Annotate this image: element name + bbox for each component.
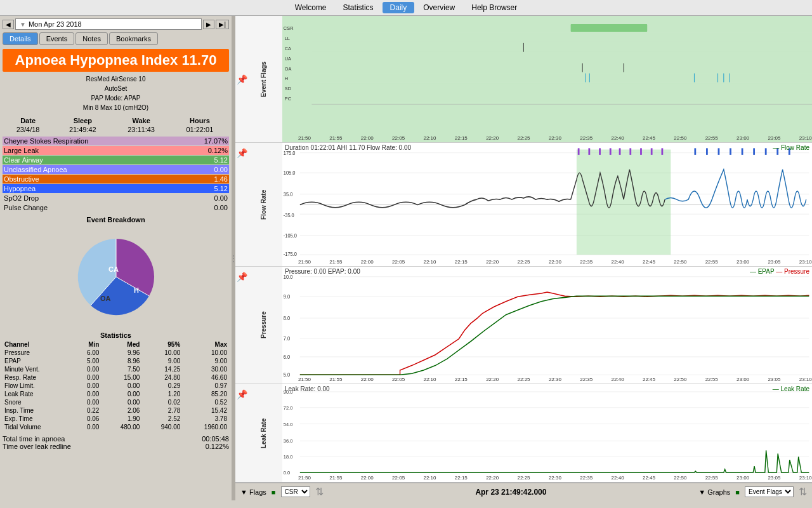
tab-bookmarks[interactable]: Bookmarks [109, 32, 158, 45]
flow-rate-row: 📌 Flow Rate Duration 01:22:01 AHI 11.70 … [235, 143, 812, 267]
tab-details[interactable]: Details [3, 32, 38, 45]
stats-row: Resp. Rate0.0015.0024.8046.60 [3, 373, 229, 382]
svg-text:54.0: 54.0 [284, 421, 292, 427]
stats-cell: 2.06 [101, 406, 141, 415]
pie-title: Event Breakdown [3, 216, 229, 224]
stats-cell: Resp. Rate [3, 373, 73, 382]
stats-cell: Exp. Time [3, 415, 73, 423]
stats-cell: Minute Vent. [3, 365, 73, 373]
stats-cell: 0.00 [73, 365, 102, 373]
event-flags-select[interactable]: Event Flags [745, 486, 794, 497]
events-list: Cheyne Stokes Respiration 17.07% Large L… [3, 137, 229, 212]
leak-rate-chart[interactable]: Leak Rate: 0.00 — Leak Rate 90.0 72.0 54… [282, 384, 812, 482]
menu-daily[interactable]: Daily [383, 2, 415, 13]
stats-cell: 0.06 [73, 415, 102, 423]
stats-cell: Pressure [3, 349, 73, 357]
menu-overview[interactable]: Overview [416, 2, 462, 13]
stats-row: Minute Vent.0.007.5014.2530.00 [3, 365, 229, 373]
event-cheyne-value: 17.07% [204, 137, 228, 145]
svg-rect-10 [311, 33, 812, 42]
csr-select[interactable]: CSR [281, 486, 310, 497]
stats-cell: 0.00 [101, 390, 141, 398]
pie-chart: CA H OA [53, 226, 180, 328]
svg-text:35.0: 35.0 [284, 191, 293, 197]
flow-rate-svg: 175.0 105.0 35.0 -35.0 -105.0 -175.0 [282, 143, 812, 266]
stats-cell: 0.00 [101, 398, 141, 406]
stats-col-min: Min [73, 340, 102, 349]
nav-back[interactable]: ◀ [3, 20, 14, 29]
device-line3: PAP Mode: APAP [3, 93, 229, 103]
svg-rect-8 [571, 24, 648, 32]
event-flags-y-label: Event Flags [244, 16, 282, 142]
summary-sleep: 21:49:42 [53, 125, 112, 134]
svg-rect-29 [311, 83, 812, 92]
stats-cell: Flow Limit. [3, 382, 73, 390]
nav-end[interactable]: ▶| [216, 20, 229, 29]
pressure-chart[interactable]: Pressure: 0.00 EPAP: 0.00 — EPAP — Press… [282, 267, 812, 384]
svg-text:LL: LL [285, 36, 291, 41]
flow-rate-legend: — Flow Rate [773, 144, 809, 151]
event-ca-label: Clear Airway [4, 156, 43, 164]
stats-cell: 2.52 [141, 415, 182, 423]
menu-help[interactable]: Help Browser [464, 2, 525, 13]
summary-hours: 01:22:01 [171, 125, 229, 134]
event-h-value: 5.12 [214, 185, 228, 192]
pressure-legend: — EPAP — Pressure [750, 268, 809, 275]
pie-section: Event Breakdown CA H OA [3, 216, 229, 328]
stats-cell: 7.50 [101, 365, 141, 373]
stats-cell: Insp. Time [3, 406, 73, 415]
event-flags-svg: CSR LL CA UA OA [282, 16, 812, 142]
tab-events[interactable]: Events [39, 32, 75, 45]
event-oa-value: 1.46 [214, 175, 228, 183]
stats-row: Leak Rate0.000.001.2085.20 [3, 390, 229, 398]
stats-col-channel: Channel [3, 340, 73, 349]
stats-cell: 9.00 [141, 357, 182, 365]
stats-cell: 0.29 [141, 382, 182, 390]
svg-text:-175.0: -175.0 [284, 251, 298, 258]
event-pulse-value: 0.00 [214, 204, 228, 211]
totals-section: Total time in apnoea 00:05:48 Time over … [3, 435, 229, 450]
stats-cell: EPAP [3, 357, 73, 365]
stats-cell: 0.52 [182, 398, 229, 406]
stats-table: Channel Min Med 95% Max Pressure6.009.96… [3, 340, 229, 431]
svg-rect-15 [311, 53, 812, 62]
stats-cell: Leak Rate [3, 390, 73, 398]
svg-text:OA: OA [285, 65, 292, 71]
event-h-label: Hypopnea [4, 185, 36, 192]
svg-rect-31 [311, 93, 812, 102]
col-hours: Hours [171, 116, 229, 125]
stats-cell: 24.80 [141, 373, 182, 382]
stats-cell: 0.00 [73, 382, 102, 390]
stats-cell: 0.00 [73, 390, 102, 398]
stats-row: Flow Limit.0.000.000.290.97 [3, 382, 229, 390]
status-center: Apr 23 21:49:42.000 [329, 488, 694, 497]
stats-cell: Tidal Volume [3, 423, 73, 431]
ahi-title: Apnoea Hypopnea Index 11.70 [6, 53, 225, 68]
svg-text:105.0: 105.0 [284, 170, 296, 177]
stats-cell: 6.00 [73, 349, 102, 357]
leak-rate-svg: 90.0 72.0 54.0 36.0 18.0 0.0 [282, 384, 812, 482]
event-hypopnea: Hypopnea 5.12 [3, 184, 229, 193]
stats-cell: 1960.00 [182, 423, 229, 431]
flags-label[interactable]: ▼ Flags [240, 488, 266, 496]
stats-row: Exp. Time0.061.902.523.78 [3, 415, 229, 423]
pressure-svg: 10.0 9.0 8.0 7.0 6.0 5.0 [282, 267, 812, 384]
device-line1: ResMed AirSense 10 [3, 74, 229, 84]
stats-cell: 1.90 [101, 415, 141, 423]
svg-text:CSR: CSR [284, 25, 294, 31]
event-flags-chart[interactable]: CSR LL CA UA OA [282, 16, 812, 142]
svg-rect-21 [311, 74, 812, 83]
event-flags-row: 📌 Event Flags CSR LL CA [235, 16, 812, 143]
menu-statistics[interactable]: Statistics [336, 2, 381, 13]
event-ca-value: 5.12 [214, 156, 228, 164]
flow-rate-chart[interactable]: Duration 01:22:01 AHI 11.70 Flow Rate: 0… [282, 143, 812, 266]
col-date: Date [3, 116, 53, 125]
event-spo2: SpO2 Drop 0.00 [3, 194, 229, 203]
menu-welcome[interactable]: Welcome [287, 2, 334, 13]
nav-bar: ◀ ▼ Mon Apr 23 2018 ▶ ▶| [3, 18, 229, 30]
graphs-label[interactable]: ▼ Graphs [698, 488, 730, 496]
stats-cell: 0.00 [101, 382, 141, 390]
tab-notes[interactable]: Notes [75, 32, 108, 45]
nav-forward[interactable]: ▶ [203, 20, 214, 29]
stats-section: Statistics Channel Min Med 95% Max Press… [3, 331, 229, 431]
